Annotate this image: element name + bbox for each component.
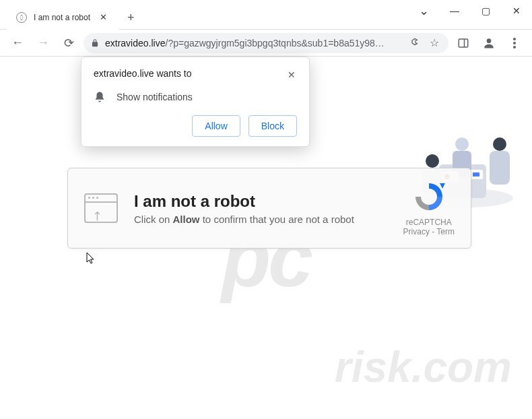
block-button[interactable]: Block bbox=[248, 115, 297, 137]
svg-point-2 bbox=[487, 38, 492, 43]
captcha-instruction: Click on Allow to confirm that you are n… bbox=[134, 214, 354, 225]
side-panel-icon[interactable] bbox=[453, 32, 474, 54]
lock-icon bbox=[90, 38, 100, 48]
reload-button[interactable]: ⟳ bbox=[58, 32, 79, 54]
bell-icon bbox=[94, 91, 106, 103]
globe-icon bbox=[16, 12, 27, 23]
svg-rect-0 bbox=[459, 39, 468, 47]
permission-close-button[interactable]: ✕ bbox=[286, 68, 297, 82]
maximize-button[interactable]: ▢ bbox=[470, 0, 501, 22]
address-bar[interactable]: extravideo.live/?p=gazwgyjrgm5gi3bpgq3tq… bbox=[84, 33, 448, 53]
svg-rect-14 bbox=[473, 172, 479, 176]
permission-title: extravideo.live wants to bbox=[94, 68, 286, 79]
tab-title: I am not a robot bbox=[34, 13, 90, 22]
close-window-button[interactable]: ✕ bbox=[501, 0, 532, 22]
back-button[interactable]: ← bbox=[7, 32, 28, 54]
recaptcha-label: reCAPTCHA bbox=[403, 218, 455, 227]
page-content: pc risk.com onfirm ↗ I am not a robot Cl… bbox=[0, 57, 532, 419]
recaptcha-links[interactable]: Privacy - Term bbox=[403, 227, 455, 236]
forward-button: → bbox=[32, 32, 54, 54]
tab-search-button[interactable]: ⌄ bbox=[408, 0, 439, 22]
svg-rect-10 bbox=[490, 151, 510, 185]
watermark-sub: risk.com bbox=[335, 342, 512, 392]
tab-close-button[interactable]: ✕ bbox=[97, 11, 110, 24]
share-icon[interactable] bbox=[405, 36, 422, 50]
svg-point-9 bbox=[493, 137, 506, 151]
captcha-card[interactable]: ↗ I am not a robot Click on Allow to con… bbox=[67, 168, 471, 249]
bookmark-star-icon[interactable]: ☆ bbox=[427, 36, 442, 49]
captcha-title: I am not a robot bbox=[134, 192, 354, 211]
recaptcha-icon bbox=[413, 181, 445, 213]
minimize-button[interactable]: ― bbox=[439, 0, 470, 22]
url-text: extravideo.live/?p=gazwgyjrgm5gi3bpgq3tq… bbox=[105, 38, 400, 49]
app-window-icon: ↗ bbox=[84, 193, 118, 223]
mouse-cursor-icon bbox=[86, 252, 96, 267]
permission-item-label: Show notifications bbox=[117, 92, 193, 102]
browser-tab[interactable]: I am not a robot ✕ bbox=[7, 4, 119, 30]
notification-permission-prompt: extravideo.live wants to ✕ Show notifica… bbox=[81, 57, 310, 147]
menu-kebab-icon[interactable] bbox=[504, 32, 525, 54]
browser-toolbar: ← → ⟳ extravideo.live/?p=gazwgyjrgm5gi3b… bbox=[0, 30, 532, 57]
profile-avatar-icon[interactable] bbox=[478, 32, 500, 54]
window-titlebar: I am not a robot ✕ + ⌄ ― ▢ ✕ bbox=[0, 0, 532, 30]
svg-point-6 bbox=[455, 137, 469, 151]
svg-point-7 bbox=[426, 154, 439, 168]
allow-button[interactable]: Allow bbox=[192, 115, 240, 137]
recaptcha-badge: reCAPTCHA Privacy - Term bbox=[403, 181, 455, 236]
svg-marker-15 bbox=[440, 183, 445, 189]
new-tab-button[interactable]: + bbox=[119, 4, 143, 32]
